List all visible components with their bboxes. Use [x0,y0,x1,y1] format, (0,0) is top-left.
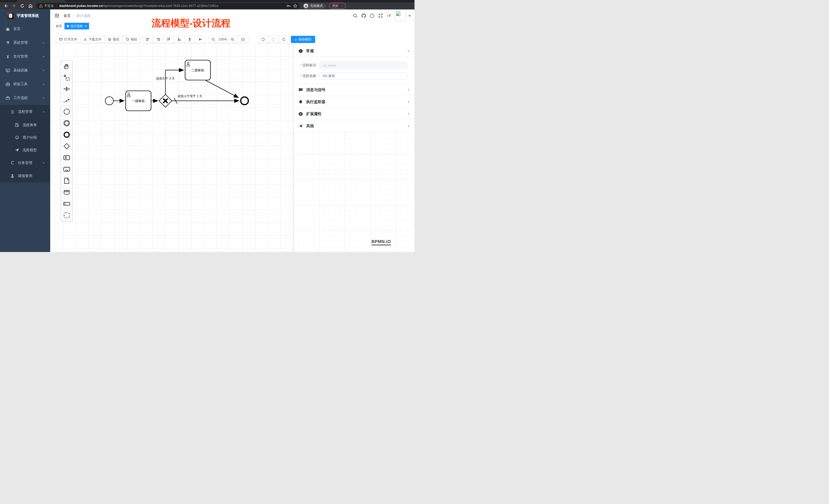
align-right-button[interactable] [153,36,164,43]
general-fields: *流程标识 *流程名称 [294,57,414,84]
browser-active-tab[interactable] [16,0,66,2]
align-vertical-center-button[interactable] [185,36,195,43]
flow-task2-to-end[interactable] [206,80,239,98]
section-execution-listener[interactable]: 执行监听器 [294,96,414,108]
sidebar-item-home[interactable]: 首页 [0,22,50,36]
github-icon[interactable] [361,13,366,18]
help-icon[interactable]: ? [370,13,374,18]
paper-plane-icon [15,148,19,152]
browser-menu-icon[interactable]: ⋮ [340,4,343,8]
sidebar-item-infra[interactable]: 基础设施 [0,64,50,77]
update-button[interactable]: 更新 ⋮ [329,3,346,9]
home-icon[interactable] [28,4,33,8]
download-file-button[interactable]: 下载文件 [80,36,105,43]
task1-label: 一级审批 [132,99,145,103]
save-model-button[interactable]: + 保存模型 [291,36,315,43]
sidebar-item-system[interactable]: 系统管理 [0,36,50,50]
sidebar-item-task-mgmt[interactable]: 任务管理 [0,156,50,169]
search-icon[interactable] [353,13,358,18]
align-left-button[interactable] [142,36,153,43]
zoom-in-button[interactable] [227,36,238,43]
chevron-down-icon [42,161,45,164]
exclusive-gateway[interactable] [159,94,172,107]
bpmn-diagram[interactable]: 一级审批 二级审批 请假大于 3 天 请假小于等于 1 天 [50,43,293,252]
redo-button[interactable] [268,36,279,43]
section-title: 执行监听器 [306,100,325,104]
sidebar-item-label: 基础设施 [13,68,28,73]
tags-view: 首页 设计流程 ✕ [50,22,414,30]
open-file-button[interactable]: 打开文件 [56,36,80,43]
button-label: 模拟 [131,37,137,42]
breadcrumb-home[interactable]: 首页 [64,13,71,18]
section-general[interactable]: i 常规 [294,45,414,57]
sidebar-item-payment[interactable]: 支付管理 [0,50,50,64]
zoom-out-button[interactable] [208,36,219,43]
sidebar-item-process-model[interactable]: 流程模型 [0,144,50,156]
svg-text:?: ? [371,14,373,17]
user-task-level2[interactable]: 二级审批 [185,60,211,80]
font-size-icon[interactable]: TT [387,13,392,18]
sidebar-item-user-group[interactable]: 用户分组 [0,131,50,144]
chevron-down-icon [407,49,410,52]
sidebar-item-devtools[interactable]: 研发工具 [0,77,50,91]
svg-text:T: T [389,14,391,18]
sidebar-item-process-mgmt[interactable]: 流程管理 [0,105,50,119]
section-extended-props[interactable]: 扩展属性 [294,108,414,120]
breadcrumb: 首页 / 设计流程 [64,13,91,18]
sidebar-item-leave-query[interactable]: 请假查询 [0,169,50,183]
zoom-reset-button[interactable] [238,36,248,43]
end-event[interactable] [241,97,248,105]
security-chip[interactable]: 不安全 [36,4,57,8]
svg-text:i: i [300,50,301,52]
fullscreen-icon[interactable] [378,13,383,18]
annotation-title: 流程模型-设计流程 [151,17,230,30]
hamburger-icon[interactable] [55,13,59,18]
bookmark-star-icon[interactable] [293,4,297,8]
reload-icon[interactable] [20,4,25,8]
process-key-input[interactable] [320,62,407,69]
flow-gateway-to-task2[interactable] [166,70,184,94]
sidebar-item-workflow[interactable]: 工作流程 [0,91,50,105]
field-label: *流程标识 [294,63,316,68]
avatar-caret-icon[interactable] [408,15,411,18]
section-other[interactable]: 其他 [294,120,414,132]
align-bottom-button[interactable] [174,36,185,43]
simulate-button[interactable]: 模拟 [123,36,141,43]
start-event[interactable] [105,97,113,105]
edge-label-le1[interactable]: 请假小于等于 1 天 [177,94,202,98]
password-key-icon[interactable] [287,4,291,8]
section-message-signal[interactable]: 消息与信号 [294,84,414,96]
section-title: 常规 [306,49,314,53]
url-bar[interactable]: 不安全 dashboard.yudao.iocoder.cn/bpm/manag… [36,3,300,9]
bpmn-canvas[interactable]: 一级审批 二级审批 请假大于 3 天 请假小于等于 1 天 [50,43,293,252]
section-title: 其他 [306,124,314,128]
undo-button[interactable] [258,36,268,43]
tab-design-process[interactable]: 设计流程 ✕ [65,23,89,30]
chevron-up-icon [42,97,45,100]
incognito-icon [304,4,308,8]
app-title: 芋道管理系统 [16,13,39,18]
broken-image-icon [396,11,401,16]
chip-icon [126,38,129,41]
avatar[interactable] [395,10,406,21]
forward-icon[interactable] [12,4,16,8]
back-icon[interactable] [4,4,8,8]
user-task-level1[interactable]: 一级审批 [126,91,151,111]
restart-button[interactable] [279,36,289,43]
sidebar-item-process-form[interactable]: 流程表单 [0,119,50,131]
align-top-button[interactable] [164,36,174,43]
tree-list-icon [10,110,14,114]
align-horizontal-center-button[interactable] [195,36,206,43]
process-name-input[interactable] [320,72,407,80]
app-logo[interactable]: 芋道管理系统 [0,9,50,22]
face-icon [15,135,19,140]
field-label: *流程名称 [294,74,316,78]
tab-close-icon[interactable]: ✕ [84,25,87,28]
bpmn-io-logo[interactable]: BPMN.iO [371,239,391,245]
preview-button[interactable]: 预览 [105,36,123,43]
sidebar-item-label: 流程模型 [23,148,37,153]
breadcrumb-current: 设计流程 [76,13,91,18]
tab-home[interactable]: 首页 [53,23,64,30]
edge-label-gt3[interactable]: 请假大于 3 天 [156,77,175,80]
flow-branch-icon [10,161,14,165]
